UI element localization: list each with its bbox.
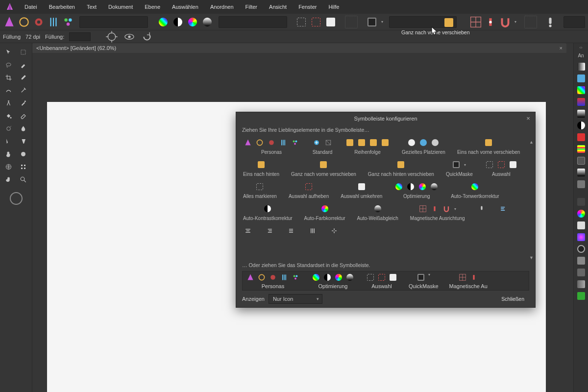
studio-macro-icon[interactable] — [576, 232, 586, 242]
studio-swatches-icon[interactable] — [576, 74, 586, 83]
ctx-refresh-icon[interactable] — [141, 30, 153, 43]
gallery-item-reihenfolge[interactable]: Reihenfolge — [343, 137, 392, 156]
dialog-gallery-scroll[interactable]: ▲ ▼ Personas Standard Reihenfolge Geziel… — [236, 137, 535, 261]
gallery-item-autocontrast[interactable]: Auto-Kontrastkorrektur — [241, 203, 294, 222]
menu-auswaehlen[interactable]: Auswählen — [166, 0, 204, 14]
menu-anordnen[interactable]: Anordnen — [204, 0, 240, 14]
tool-heal[interactable] — [17, 84, 30, 96]
dialog-default-set[interactable]: Personas Optimierung Auswahl ▾ QuickMask… — [242, 271, 529, 291]
opt-color-icon[interactable] — [186, 16, 199, 28]
gallery-item-align-3[interactable] — [241, 225, 255, 239]
studio-color-icon[interactable] — [576, 85, 586, 95]
studio-assets-icon[interactable] — [576, 256, 586, 266]
tool-pen[interactable] — [2, 135, 16, 147]
menu-dokument[interactable]: Dokument — [102, 0, 139, 14]
toolbar-slot-c[interactable] — [564, 16, 585, 28]
menu-datei[interactable]: Datei — [19, 0, 43, 14]
ctx-target-icon[interactable] — [105, 30, 118, 43]
dialog-close-icon[interactable]: × — [524, 114, 532, 122]
tool-marquee[interactable] — [17, 46, 30, 58]
persona-export-icon[interactable] — [62, 16, 74, 28]
ctx-fill-swatch[interactable] — [69, 32, 91, 41]
gallery-item-autolevels[interactable]: Auto-Tonwertkorrektur — [449, 181, 501, 200]
studio-tab-chevron[interactable]: ‹› — [580, 45, 583, 50]
dialog-close-button[interactable]: Schließen — [496, 294, 529, 304]
dialog-titlebar[interactable]: Symbolleiste konfigurieren × — [236, 112, 535, 125]
gallery-item-align-4[interactable] — [263, 225, 276, 239]
studio-fx-icon[interactable] — [576, 168, 586, 177]
tool-selectionbrush[interactable] — [17, 59, 30, 71]
studio-bw-icon[interactable] — [576, 121, 586, 130]
quickmask-dd[interactable]: ▾ — [380, 20, 384, 24]
gallery-item-selnone[interactable]: Auswahl aufheben — [287, 181, 331, 200]
tool-brush[interactable] — [17, 97, 30, 109]
studio-nav-icon[interactable] — [576, 220, 586, 230]
menu-ansicht[interactable]: Ansicht — [263, 0, 293, 14]
studio-channels-icon[interactable] — [576, 97, 586, 107]
tool-shape[interactable] — [17, 148, 30, 160]
snap-grid-icon[interactable] — [469, 16, 482, 28]
document-tab[interactable]: <Unbenannt> [Geändert] (62.0%) × — [32, 43, 566, 53]
studio-stock-icon[interactable] — [576, 244, 586, 254]
gallery-item-front[interactable]: Ganz nach vorne verschieben — [289, 159, 358, 178]
scroll-up-icon[interactable]: ▲ — [529, 140, 534, 145]
opt-levels-icon[interactable] — [157, 16, 170, 28]
gallery-item-optim[interactable]: Optimierung — [392, 181, 441, 200]
tool-dodge[interactable] — [2, 122, 16, 134]
sel-none-icon[interactable] — [310, 16, 322, 28]
menu-text[interactable]: Text — [81, 0, 102, 14]
snap-guide-icon[interactable] — [484, 16, 497, 28]
snap-magnet-icon[interactable] — [499, 16, 512, 28]
opt-wb-icon[interactable] — [201, 16, 214, 28]
studio-export-icon[interactable] — [576, 279, 586, 289]
gallery-item-standard[interactable]: Standard — [310, 137, 335, 156]
tool-fill[interactable] — [2, 110, 16, 122]
gallery-item-align-7[interactable] — [327, 225, 341, 239]
studio-stripes-icon[interactable] — [576, 144, 586, 154]
gallery-item-personas[interactable]: Personas — [241, 137, 302, 156]
close-tab-icon[interactable]: × — [560, 45, 563, 51]
persona-liquify-icon[interactable] — [18, 16, 30, 28]
tool-crop[interactable] — [2, 72, 16, 83]
gallery-item-selall[interactable]: Alles markieren — [241, 181, 279, 200]
toolbar-slot-b[interactable] — [524, 16, 537, 28]
gallery-item-align-1[interactable] — [475, 203, 489, 222]
scroll-down-icon[interactable]: ▼ — [529, 255, 534, 260]
studio-info-icon[interactable] — [576, 179, 586, 189]
default-item-personas[interactable]: Personas — [245, 272, 300, 289]
studio-layers-icon[interactable] — [576, 156, 586, 166]
studio-scope-icon[interactable] — [576, 209, 586, 219]
gallery-item-align-2[interactable] — [496, 203, 510, 222]
gallery-item-selinv[interactable]: Auswahl umkehren — [339, 181, 384, 200]
studio-red-icon[interactable] — [576, 132, 586, 142]
sel-all-icon[interactable] — [295, 16, 308, 28]
persona-develop-icon[interactable] — [32, 16, 45, 28]
gallery-item-back1[interactable]: Eins nach hinten — [241, 159, 281, 178]
persona-photo-icon[interactable] — [3, 16, 16, 28]
gallery-item-align-6[interactable] — [306, 225, 319, 239]
toolbar-dropzone[interactable] — [389, 16, 457, 28]
studio-brushes-icon[interactable] — [576, 268, 586, 277]
studio-snap-icon[interactable] — [576, 291, 586, 301]
tool-blur[interactable] — [17, 122, 30, 134]
gallery-item-platzieren[interactable]: Gezieltes Platzieren — [400, 137, 447, 156]
gallery-item-autowb[interactable]: Auto-Weißabgleich — [355, 203, 400, 222]
tool-erase[interactable] — [17, 110, 30, 122]
studio-adjust-icon[interactable] — [576, 109, 586, 119]
studio-tab-label[interactable]: An — [578, 52, 584, 60]
opt-contrast-icon[interactable] — [172, 16, 184, 28]
tool-zoom[interactable] — [17, 173, 30, 185]
default-item-magnetic[interactable]: Magnetische Au — [449, 272, 488, 289]
snap-dd[interactable]: ▾ — [514, 20, 517, 24]
ctx-eye-icon[interactable] — [123, 30, 136, 43]
gallery-item-align-5[interactable] — [284, 225, 298, 239]
menu-filter[interactable]: Filter — [240, 0, 263, 14]
toolbar-field-2[interactable] — [219, 16, 287, 28]
gallery-item-autocolor[interactable]: Auto-Farbkorrektur — [302, 203, 347, 222]
tool-eyedropper[interactable] — [17, 72, 30, 83]
menu-fenster[interactable]: Fenster — [293, 0, 322, 14]
menu-bearbeiten[interactable]: Bearbeiten — [43, 0, 81, 14]
tool-lasso[interactable] — [2, 59, 16, 71]
menu-hilfe[interactable]: Hilfe — [322, 0, 345, 14]
assistant-icon[interactable] — [544, 16, 557, 28]
